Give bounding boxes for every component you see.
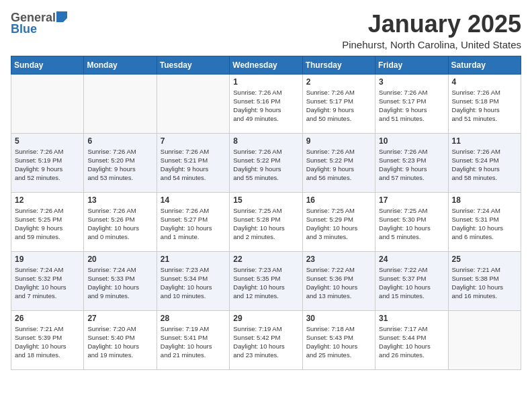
day-number: 29 <box>233 314 298 323</box>
day-number: 24 <box>379 255 444 264</box>
weekday-header-monday: Monday <box>84 56 157 74</box>
location-subtitle: Pinehurst, North Carolina, United States <box>342 39 521 50</box>
svg-marker-0 <box>56 11 67 22</box>
day-info: Sunrise: 7:21 AM Sunset: 5:39 PM Dayligh… <box>15 324 80 360</box>
day-info: Sunrise: 7:26 AM Sunset: 5:23 PM Dayligh… <box>379 147 444 183</box>
day-info: Sunrise: 7:22 AM Sunset: 5:36 PM Dayligh… <box>306 265 371 301</box>
calendar-cell: 14Sunrise: 7:26 AM Sunset: 5:27 PM Dayli… <box>157 192 229 251</box>
calendar-cell: 3Sunrise: 7:26 AM Sunset: 5:17 PM Daylig… <box>375 74 448 133</box>
calendar-cell: 8Sunrise: 7:26 AM Sunset: 5:22 PM Daylig… <box>230 133 302 192</box>
day-info: Sunrise: 7:21 AM Sunset: 5:38 PM Dayligh… <box>452 265 517 301</box>
day-number: 6 <box>87 136 152 146</box>
day-info: Sunrise: 7:18 AM Sunset: 5:43 PM Dayligh… <box>306 324 371 360</box>
calendar-cell: 18Sunrise: 7:24 AM Sunset: 5:31 PM Dayli… <box>448 192 521 251</box>
calendar-cell: 29Sunrise: 7:19 AM Sunset: 5:42 PM Dayli… <box>230 310 302 369</box>
calendar-cell: 26Sunrise: 7:21 AM Sunset: 5:39 PM Dayli… <box>11 310 84 369</box>
page-header: General Blue January 2025 Pinehurst, Nor… <box>11 11 521 50</box>
calendar-cell: 23Sunrise: 7:22 AM Sunset: 5:36 PM Dayli… <box>302 251 375 310</box>
day-number: 31 <box>379 314 444 323</box>
day-info: Sunrise: 7:26 AM Sunset: 5:25 PM Dayligh… <box>15 206 80 242</box>
day-number: 16 <box>306 195 371 205</box>
day-number: 5 <box>15 136 80 146</box>
day-number: 27 <box>87 314 152 323</box>
day-info: Sunrise: 7:26 AM Sunset: 5:27 PM Dayligh… <box>161 206 226 242</box>
calendar-cell: 24Sunrise: 7:22 AM Sunset: 5:37 PM Dayli… <box>375 251 448 310</box>
day-number: 20 <box>87 255 152 264</box>
calendar-cell: 31Sunrise: 7:17 AM Sunset: 5:44 PM Dayli… <box>375 310 448 369</box>
calendar-cell <box>11 74 84 133</box>
day-info: Sunrise: 7:24 AM Sunset: 5:31 PM Dayligh… <box>452 206 517 242</box>
day-number: 22 <box>233 255 298 264</box>
day-info: Sunrise: 7:25 AM Sunset: 5:30 PM Dayligh… <box>379 206 444 242</box>
day-number: 19 <box>15 255 80 264</box>
calendar-cell: 13Sunrise: 7:26 AM Sunset: 5:26 PM Dayli… <box>84 192 157 251</box>
calendar-cell: 6Sunrise: 7:26 AM Sunset: 5:20 PM Daylig… <box>84 133 157 192</box>
day-info: Sunrise: 7:26 AM Sunset: 5:18 PM Dayligh… <box>452 88 517 124</box>
day-info: Sunrise: 7:20 AM Sunset: 5:40 PM Dayligh… <box>87 324 152 360</box>
day-number: 18 <box>452 195 517 205</box>
day-info: Sunrise: 7:26 AM Sunset: 5:22 PM Dayligh… <box>306 147 371 183</box>
calendar-cell: 10Sunrise: 7:26 AM Sunset: 5:23 PM Dayli… <box>375 133 448 192</box>
day-number: 12 <box>15 195 80 205</box>
title-area: January 2025 Pinehurst, North Carolina, … <box>342 11 521 50</box>
calendar-cell: 25Sunrise: 7:21 AM Sunset: 5:38 PM Dayli… <box>448 251 521 310</box>
day-info: Sunrise: 7:17 AM Sunset: 5:44 PM Dayligh… <box>379 324 444 360</box>
day-info: Sunrise: 7:19 AM Sunset: 5:41 PM Dayligh… <box>161 324 226 360</box>
calendar-week-row: 5Sunrise: 7:26 AM Sunset: 5:19 PM Daylig… <box>11 133 521 192</box>
day-number: 30 <box>306 314 371 323</box>
calendar-cell: 20Sunrise: 7:24 AM Sunset: 5:33 PM Dayli… <box>84 251 157 310</box>
calendar-cell: 15Sunrise: 7:25 AM Sunset: 5:28 PM Dayli… <box>230 192 302 251</box>
day-number: 11 <box>452 136 517 146</box>
day-info: Sunrise: 7:26 AM Sunset: 5:17 PM Dayligh… <box>379 88 444 124</box>
weekday-header-thursday: Thursday <box>302 56 375 74</box>
calendar-week-row: 26Sunrise: 7:21 AM Sunset: 5:39 PM Dayli… <box>11 310 521 369</box>
calendar-cell: 30Sunrise: 7:18 AM Sunset: 5:43 PM Dayli… <box>302 310 375 369</box>
month-title: January 2025 <box>342 11 521 38</box>
day-number: 26 <box>15 314 80 323</box>
day-number: 17 <box>379 195 444 205</box>
calendar-cell: 17Sunrise: 7:25 AM Sunset: 5:30 PM Dayli… <box>375 192 448 251</box>
calendar-cell: 21Sunrise: 7:23 AM Sunset: 5:34 PM Dayli… <box>157 251 229 310</box>
day-info: Sunrise: 7:26 AM Sunset: 5:22 PM Dayligh… <box>233 147 298 183</box>
day-number: 15 <box>233 195 298 205</box>
calendar-cell: 27Sunrise: 7:20 AM Sunset: 5:40 PM Dayli… <box>84 310 157 369</box>
weekday-header-friday: Friday <box>375 56 448 74</box>
day-info: Sunrise: 7:26 AM Sunset: 5:17 PM Dayligh… <box>306 88 371 124</box>
day-info: Sunrise: 7:22 AM Sunset: 5:37 PM Dayligh… <box>379 265 444 301</box>
calendar-cell: 7Sunrise: 7:26 AM Sunset: 5:21 PM Daylig… <box>157 133 229 192</box>
weekday-header-wednesday: Wednesday <box>230 56 302 74</box>
day-info: Sunrise: 7:26 AM Sunset: 5:20 PM Dayligh… <box>87 147 152 183</box>
day-number: 7 <box>161 136 226 146</box>
calendar-cell: 19Sunrise: 7:24 AM Sunset: 5:32 PM Dayli… <box>11 251 84 310</box>
calendar-cell: 2Sunrise: 7:26 AM Sunset: 5:17 PM Daylig… <box>302 74 375 133</box>
day-number: 9 <box>306 136 371 146</box>
day-number: 4 <box>452 77 517 87</box>
day-info: Sunrise: 7:23 AM Sunset: 5:35 PM Dayligh… <box>233 265 298 301</box>
day-info: Sunrise: 7:19 AM Sunset: 5:42 PM Dayligh… <box>233 324 298 360</box>
calendar-cell: 11Sunrise: 7:26 AM Sunset: 5:24 PM Dayli… <box>448 133 521 192</box>
calendar-cell: 28Sunrise: 7:19 AM Sunset: 5:41 PM Dayli… <box>157 310 229 369</box>
calendar-cell: 4Sunrise: 7:26 AM Sunset: 5:18 PM Daylig… <box>448 74 521 133</box>
day-number: 2 <box>306 77 371 87</box>
day-number: 28 <box>161 314 226 323</box>
day-info: Sunrise: 7:26 AM Sunset: 5:19 PM Dayligh… <box>15 147 80 183</box>
day-number: 13 <box>87 195 152 205</box>
calendar-cell: 16Sunrise: 7:25 AM Sunset: 5:29 PM Dayli… <box>302 192 375 251</box>
day-info: Sunrise: 7:26 AM Sunset: 5:24 PM Dayligh… <box>452 147 517 183</box>
day-info: Sunrise: 7:23 AM Sunset: 5:34 PM Dayligh… <box>161 265 226 301</box>
day-info: Sunrise: 7:25 AM Sunset: 5:29 PM Dayligh… <box>306 206 371 242</box>
day-number: 3 <box>379 77 444 87</box>
day-info: Sunrise: 7:26 AM Sunset: 5:21 PM Dayligh… <box>161 147 226 183</box>
logo-blue-text: Blue <box>11 22 37 36</box>
weekday-header-saturday: Saturday <box>448 56 521 74</box>
day-info: Sunrise: 7:24 AM Sunset: 5:32 PM Dayligh… <box>15 265 80 301</box>
logo-icon <box>56 11 67 22</box>
weekday-header-sunday: Sunday <box>11 56 84 74</box>
day-number: 10 <box>379 136 444 146</box>
day-number: 23 <box>306 255 371 264</box>
day-number: 14 <box>161 195 226 205</box>
day-info: Sunrise: 7:25 AM Sunset: 5:28 PM Dayligh… <box>233 206 298 242</box>
calendar-cell: 5Sunrise: 7:26 AM Sunset: 5:19 PM Daylig… <box>11 133 84 192</box>
day-number: 1 <box>233 77 298 87</box>
day-info: Sunrise: 7:24 AM Sunset: 5:33 PM Dayligh… <box>87 265 152 301</box>
